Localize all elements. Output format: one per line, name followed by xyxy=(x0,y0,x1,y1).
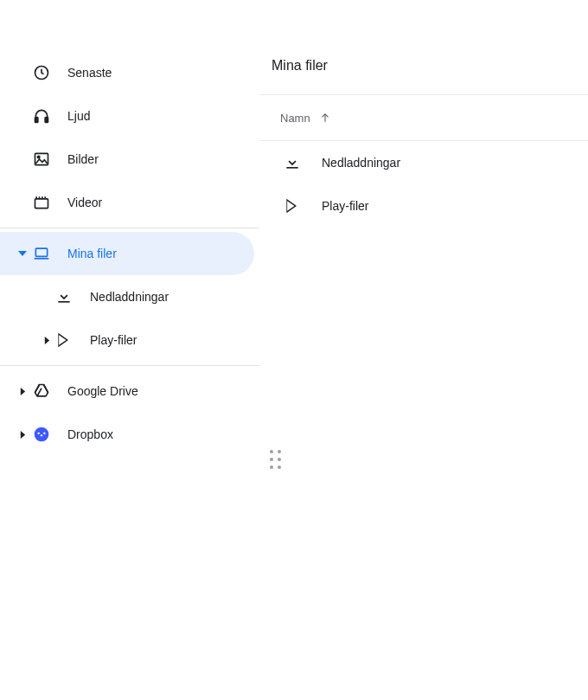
sidebar-item-label: Nedladdningar xyxy=(90,290,169,304)
google-play-icon xyxy=(55,331,73,349)
sidebar-item-videos[interactable]: Videor xyxy=(0,181,254,224)
sidebar-item-playfiles[interactable]: Play-filer xyxy=(0,318,254,362)
svg-rect-2 xyxy=(45,118,48,123)
sidebar-item-images[interactable]: Bilder xyxy=(0,138,254,181)
main-panel: Mina filer Namn Nedladdningar Play-filer xyxy=(259,0,588,700)
sidebar-item-audio[interactable]: Ljud xyxy=(0,94,254,138)
sidebar-item-myfiles[interactable]: Mina filer xyxy=(0,232,254,275)
laptop-icon xyxy=(33,245,50,262)
sidebar-item-downloads[interactable]: Nedladdningar xyxy=(0,275,254,318)
sidebar-item-label: Dropbox xyxy=(67,427,113,441)
clock-icon xyxy=(33,64,50,81)
sidebar: Senaste Ljud Bilder Videor xyxy=(0,0,259,700)
dropbox-icon xyxy=(33,426,50,443)
chevron-right-icon[interactable] xyxy=(12,431,33,439)
sidebar-item-label: Ljud xyxy=(67,109,90,123)
resize-handle[interactable] xyxy=(270,450,282,469)
chevron-down-icon[interactable] xyxy=(12,249,33,258)
column-header-label: Namn xyxy=(280,112,310,125)
sidebar-item-label: Play-filer xyxy=(90,333,137,347)
sidebar-item-label: Videor xyxy=(67,196,102,209)
image-icon xyxy=(33,151,50,168)
svg-rect-1 xyxy=(35,118,38,123)
chevron-right-icon[interactable] xyxy=(38,337,55,344)
file-row-playfiles[interactable]: Play-filer xyxy=(259,184,588,228)
sidebar-item-recent[interactable]: Senaste xyxy=(0,51,254,94)
sidebar-item-dropbox[interactable]: Dropbox xyxy=(0,413,254,456)
file-name: Nedladdningar xyxy=(322,156,400,170)
file-name: Play-filer xyxy=(322,199,368,213)
google-play-icon xyxy=(284,197,301,215)
download-icon xyxy=(55,288,73,305)
sidebar-item-label: Bilder xyxy=(67,152,99,166)
svg-rect-5 xyxy=(35,199,48,209)
page-title: Mina filer xyxy=(259,48,588,94)
svg-rect-3 xyxy=(35,153,48,164)
chevron-right-icon[interactable] xyxy=(12,388,33,395)
sidebar-item-label: Mina filer xyxy=(67,247,117,260)
video-icon xyxy=(33,194,50,211)
svg-rect-6 xyxy=(35,248,47,256)
sidebar-item-drive[interactable]: Google Drive xyxy=(0,369,254,413)
svg-point-4 xyxy=(37,156,40,158)
file-row-downloads[interactable]: Nedladdningar xyxy=(259,141,588,184)
google-drive-icon xyxy=(33,382,50,400)
headphones-icon xyxy=(33,107,50,125)
sidebar-item-label: Senaste xyxy=(67,66,112,80)
sidebar-item-label: Google Drive xyxy=(67,384,138,398)
sort-ascending-icon xyxy=(319,112,331,124)
column-header-name[interactable]: Namn xyxy=(259,95,588,140)
download-icon xyxy=(284,154,301,171)
